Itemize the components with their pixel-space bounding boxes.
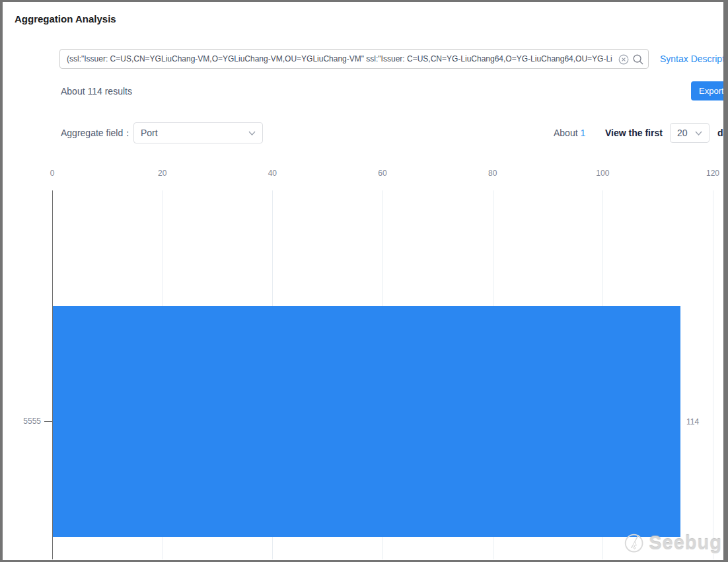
bar-value-label: 114 <box>686 417 699 426</box>
seebug-logo-icon <box>623 525 645 561</box>
view-count-select[interactable]: 20 <box>670 123 710 143</box>
view-count-value: 20 <box>677 128 688 138</box>
x-axis-tick-label: 0 <box>50 169 55 178</box>
x-axis-tick-label: 100 <box>596 169 609 178</box>
aggregate-field-value: Port <box>141 128 158 138</box>
x-axis-tick-label: 80 <box>488 169 497 178</box>
x-axis-tick-label: 60 <box>378 169 386 178</box>
chevron-down-icon <box>695 131 702 136</box>
page-title: Aggregation Analysis <box>15 13 116 24</box>
chart: 0204060801001205555114 <box>0 159 728 560</box>
about-count-text: About 1 <box>554 128 585 138</box>
bar-5555[interactable] <box>53 306 680 537</box>
window-frame-top <box>0 0 728 2</box>
chevron-down-icon <box>248 131 256 136</box>
x-axis-tick-label: 40 <box>268 169 277 178</box>
syntax-description-link[interactable]: Syntax Description <box>660 54 728 64</box>
export-button[interactable]: Export <box>691 81 728 100</box>
about-label: About <box>554 128 580 138</box>
search-bar <box>59 49 649 69</box>
y-axis-category-label: 5555 <box>0 417 41 426</box>
seebug-watermark-text: Seebug <box>649 532 722 554</box>
grid-line <box>713 190 713 559</box>
aggregate-field-label: Aggregate field： <box>61 128 132 140</box>
results-summary: About 114 results <box>61 86 132 97</box>
about-count: 1 <box>580 128 585 138</box>
search-input[interactable] <box>60 50 648 68</box>
x-axis-tick-label: 20 <box>158 169 166 178</box>
x-axis-tick-label: 120 <box>706 169 719 178</box>
clear-icon[interactable] <box>618 54 629 65</box>
window-frame-left <box>0 0 3 562</box>
search-icon[interactable] <box>632 54 644 65</box>
window-frame-right <box>723 0 728 562</box>
view-first-label: View the first <box>605 128 663 138</box>
seebug-watermark: Seebug <box>623 524 722 561</box>
aggregate-field-select[interactable]: Port <box>133 122 263 143</box>
category-tick <box>44 421 52 422</box>
